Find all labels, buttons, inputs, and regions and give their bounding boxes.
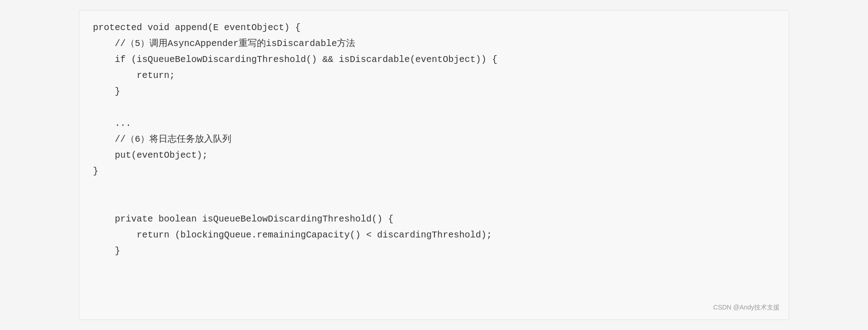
code-line: [93, 179, 775, 195]
code-line: //（5）调用AsyncAppender重写的isDiscardable方法: [93, 36, 775, 52]
code-line: private boolean isQueueBelowDiscardingTh…: [93, 211, 775, 227]
code-line: [93, 195, 775, 211]
code-line: if (isQueueBelowDiscardingThreshold() &&…: [93, 52, 775, 67]
code-line: protected void append(E eventObject) {: [93, 20, 775, 36]
code-container: protected void append(E eventObject) { /…: [79, 10, 789, 320]
code-line: }: [93, 243, 775, 259]
code-line: return;: [93, 67, 775, 83]
code-line: [93, 99, 775, 115]
code-block: protected void append(E eventObject) { /…: [93, 20, 775, 259]
code-line: ...: [93, 115, 775, 131]
code-line: }: [93, 83, 775, 99]
code-line: put(eventObject);: [93, 147, 775, 163]
code-line: //（6）将日志任务放入队列: [93, 131, 775, 147]
code-line: }: [93, 163, 775, 179]
watermark: CSDN @Andy技术支援: [713, 302, 780, 313]
code-line: return (blockingQueue.remainingCapacity(…: [93, 227, 775, 243]
